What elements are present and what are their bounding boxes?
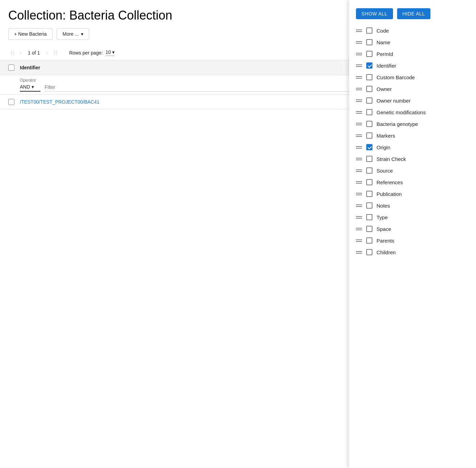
checkbox-permid[interactable] (366, 51, 372, 57)
column-chooser-panel: SHOW ALL HIDE ALL CodeNamePermIdIdentifi… (349, 0, 476, 468)
label-parents: Parents (377, 238, 394, 244)
last-page-button[interactable]: ⟩⟩ (51, 48, 60, 57)
chooser-item-owner[interactable]: Owner (349, 83, 476, 95)
label-source: Source (377, 168, 393, 174)
label-owner-number: Owner number (377, 98, 410, 104)
operator-value: AND (20, 84, 30, 90)
checkbox-references[interactable] (366, 179, 372, 185)
show-all-button[interactable]: SHOW ALL (356, 8, 393, 19)
operator-section: Operator AND ▾ (20, 78, 40, 92)
chooser-item-name[interactable]: Name (349, 36, 476, 48)
label-markers: Markers (377, 133, 395, 139)
checkbox-type[interactable] (366, 214, 372, 220)
row-checkbox[interactable] (8, 99, 14, 105)
more-button[interactable]: More ... ▾ (57, 28, 89, 40)
chooser-item-parents[interactable]: Parents (349, 235, 476, 246)
drag-handle-name[interactable] (356, 41, 362, 44)
chooser-item-children[interactable]: Children (349, 246, 476, 258)
chooser-item-origin[interactable]: Origin (349, 141, 476, 153)
label-genetic-modifications: Genetic modifications (377, 109, 426, 115)
drag-handle-strain-check[interactable] (356, 158, 362, 160)
drag-handle-permid[interactable] (356, 53, 362, 55)
chooser-item-source[interactable]: Source (349, 165, 476, 176)
label-publication: Publication (377, 191, 402, 197)
label-strain-check: Strain Check (377, 156, 406, 162)
label-bacteria-genotype: Bacteria genotype (377, 121, 418, 127)
next-page-button[interactable]: › (44, 48, 50, 57)
new-bacteria-button[interactable]: + New Bacteria (8, 28, 52, 40)
hide-all-button[interactable]: HIDE ALL (397, 8, 430, 19)
drag-handle-custom-barcode[interactable] (356, 76, 362, 79)
checkbox-markers[interactable] (366, 132, 372, 139)
label-references: References (377, 179, 403, 185)
checkbox-owner[interactable] (366, 86, 372, 92)
drag-handle-source[interactable] (356, 169, 362, 172)
drag-handle-code[interactable] (356, 30, 362, 32)
checkbox-code[interactable] (366, 27, 372, 34)
checkbox-identifier[interactable] (366, 62, 372, 69)
page-info: 1 of 1 (25, 50, 43, 56)
operator-select[interactable]: AND ▾ (20, 84, 40, 92)
row-identifier-link[interactable]: /TEST00/TEST_PROJECT00/BAC41 (20, 99, 99, 105)
chooser-item-bacteria-genotype[interactable]: Bacteria genotype (349, 118, 476, 130)
operator-label: Operator (20, 78, 40, 83)
chooser-item-custom-barcode[interactable]: Custom Barcode (349, 71, 476, 83)
rows-per-page-select[interactable]: 10 ▾ (106, 49, 115, 56)
chooser-item-strain-check[interactable]: Strain Check (349, 153, 476, 165)
drag-handle-space[interactable] (356, 228, 362, 230)
prev-page-button[interactable]: ‹ (18, 48, 24, 57)
checkbox-parents[interactable] (366, 237, 372, 244)
checkbox-notes[interactable] (366, 202, 372, 209)
drag-handle-children[interactable] (356, 251, 362, 254)
label-children: Children (377, 249, 396, 255)
chooser-item-type[interactable]: Type (349, 211, 476, 223)
chooser-item-permid[interactable]: PermId (349, 48, 476, 60)
checkbox-publication[interactable] (366, 191, 372, 197)
drag-handle-identifier[interactable] (356, 65, 362, 67)
label-custom-barcode: Custom Barcode (377, 74, 415, 80)
checkbox-children[interactable] (366, 249, 372, 255)
chooser-item-code[interactable]: Code (349, 25, 476, 36)
page: Collection: Bacteria Collection + New Ba… (0, 0, 476, 468)
checkbox-origin[interactable] (366, 144, 372, 150)
select-all-checkbox[interactable] (8, 65, 14, 71)
checkbox-genetic-modifications[interactable] (366, 109, 372, 115)
checkbox-owner-number[interactable] (366, 97, 372, 104)
chooser-item-references[interactable]: References (349, 176, 476, 188)
column-list: CodeNamePermIdIdentifierCustom BarcodeOw… (349, 25, 476, 258)
checkbox-strain-check[interactable] (366, 156, 372, 162)
checkbox-custom-barcode[interactable] (366, 74, 372, 80)
chooser-item-markers[interactable]: Markers (349, 130, 476, 141)
drag-handle-origin[interactable] (356, 146, 362, 149)
chooser-item-notes[interactable]: Notes (349, 200, 476, 211)
drag-handle-bacteria-genotype[interactable] (356, 123, 362, 125)
checkbox-bacteria-genotype[interactable] (366, 121, 372, 127)
chooser-item-identifier[interactable]: Identifier (349, 60, 476, 71)
column-header-identifier[interactable]: Identifier (20, 65, 40, 70)
drag-handle-owner[interactable] (356, 88, 362, 90)
label-permid: PermId (377, 51, 393, 57)
chooser-item-genetic-modifications[interactable]: Genetic modifications (349, 106, 476, 118)
checkbox-source[interactable] (366, 167, 372, 174)
label-space: Space (377, 226, 391, 232)
drag-handle-genetic-modifications[interactable] (356, 111, 362, 114)
drag-handle-publication[interactable] (356, 193, 362, 195)
rows-per-page-value: 10 (106, 49, 111, 55)
chooser-item-publication[interactable]: Publication (349, 188, 476, 200)
label-notes: Notes (377, 203, 390, 209)
label-type: Type (377, 214, 388, 220)
chooser-item-owner-number[interactable]: Owner number (349, 95, 476, 106)
checkbox-name[interactable] (366, 39, 372, 45)
drag-handle-type[interactable] (356, 216, 362, 219)
first-page-button[interactable]: ⟨⟨ (8, 48, 16, 57)
checkbox-space[interactable] (366, 226, 372, 232)
drag-handle-markers[interactable] (356, 134, 362, 137)
rows-per-page-chevron-icon: ▾ (112, 49, 115, 55)
label-origin: Origin (377, 144, 390, 150)
drag-handle-references[interactable] (356, 181, 362, 184)
chooser-item-space[interactable]: Space (349, 223, 476, 235)
drag-handle-owner-number[interactable] (356, 100, 362, 102)
drag-handle-parents[interactable] (356, 239, 362, 242)
drag-handle-notes[interactable] (356, 204, 362, 207)
more-label: More ... (62, 31, 79, 37)
